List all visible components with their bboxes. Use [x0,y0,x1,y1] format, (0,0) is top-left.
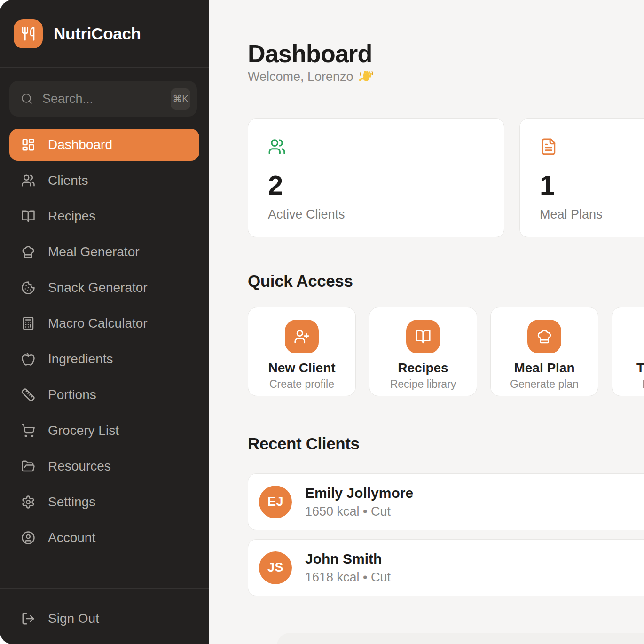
sign-out-button[interactable]: Sign Out [9,603,199,635]
quick-access-sub: R [642,378,644,391]
sidebar-item-meal-generator[interactable]: Meal Generator [9,236,199,268]
client-info: Emily Jollymore 1650 kcal • Cut [305,485,413,519]
calculator-icon [21,316,35,330]
avatar: EJ [259,486,292,518]
avatar: JS [259,551,292,584]
sidebar-footer: Sign Out [0,588,209,644]
sidebar-item-label: Account [48,530,95,545]
sidebar-item-settings[interactable]: Settings [9,486,199,518]
apple-icon [21,352,35,366]
quick-access-meal-plan[interactable]: Meal Plan Generate plan [490,307,598,396]
file-text-icon [540,138,644,156]
quick-access-new-client[interactable]: New Client Create profile [248,307,356,396]
sidebar-item-dashboard[interactable]: Dashboard [9,129,199,161]
quick-access-row: New Client Create profile Recipes Recipe… [248,307,644,396]
quick-access-sub: Recipe library [390,378,456,391]
users-icon [21,173,35,188]
quick-access-label: Te [636,361,644,376]
quick-access-sub: Create profile [269,378,334,391]
gear-icon [21,495,35,509]
sidebar-item-account[interactable]: Account [9,522,199,554]
clipped-bottom-card [277,633,644,644]
quick-access-title: Quick Access [248,272,353,291]
layout-dashboard-icon [21,138,35,152]
sidebar-item-macro-calculator[interactable]: Macro Calculator [9,307,199,339]
search-icon [21,93,33,105]
circle-user-icon [21,531,35,545]
sidebar: NutriCoach ⌘K Dashboard C [0,0,209,644]
stat-label: Active Clients [268,207,484,222]
client-detail: 1650 kcal • Cut [305,504,413,519]
sidebar-item-label: Clients [48,173,88,188]
cookie-icon [21,281,35,295]
folder-open-icon [21,459,35,473]
sidebar-item-resources[interactable]: Resources [9,450,199,482]
stat-value: 2 [268,172,484,199]
users-icon [268,138,484,156]
recent-clients-title: Recent Clients [248,434,360,453]
client-name: John Smith [305,551,391,567]
sidebar-item-label: Macro Calculator [48,316,148,331]
book-open-icon [21,209,35,223]
quick-access-sub: Generate plan [510,378,579,391]
search-input[interactable] [42,92,171,106]
recent-clients-list: EJ Emily Jollymore 1650 kcal • Cut JS Jo… [248,473,644,596]
sidebar-item-portions[interactable]: Portions [9,379,199,411]
client-row-john-smith[interactable]: JS John Smith 1618 kcal • Cut [248,539,644,596]
client-detail: 1618 kcal • Cut [305,570,391,585]
quick-access-label: Recipes [398,361,448,376]
sidebar-item-label: Settings [48,495,95,510]
waving-hand-emoji [359,70,374,84]
sidebar-item-label: Grocery List [48,423,119,438]
sidebar-nav: Dashboard Clients Recipes [9,129,199,554]
client-row-emily-jollymore[interactable]: EJ Emily Jollymore 1650 kcal • Cut [248,473,644,530]
quick-access-recipes[interactable]: Recipes Recipe library [369,307,477,396]
sidebar-item-snack-generator[interactable]: Snack Generator [9,272,199,304]
chef-hat-icon [21,245,35,259]
sidebar-item-label: Portions [48,387,96,402]
sidebar-item-label: Recipes [48,209,95,224]
stat-card-meal-plans: 1 Meal Plans [519,118,644,237]
app-window: NutriCoach ⌘K Dashboard C [0,0,644,644]
book-open-icon [406,320,440,353]
page-title: Dashboard [248,39,372,68]
stat-card-active-clients: 2 Active Clients [248,118,504,237]
quick-access-clipped-card[interactable]: Te R [612,307,644,396]
sign-out-label: Sign Out [48,611,99,626]
utensils-logo-icon [14,19,43,48]
quick-access-label: New Client [268,361,335,376]
main-content: Dashboard Welcome, Lorenzo [209,0,644,644]
sidebar-item-label: Ingredients [48,352,113,367]
client-info: John Smith 1618 kcal • Cut [305,551,391,585]
client-name: Emily Jollymore [305,485,413,501]
clipped-icon-placeholder [612,320,613,353]
chef-hat-icon [527,320,561,353]
log-out-icon [21,612,35,626]
quick-access-label: Meal Plan [514,361,574,376]
ruler-icon [21,388,35,402]
sidebar-item-label: Snack Generator [48,280,148,295]
sidebar-item-grocery-list[interactable]: Grocery List [9,415,199,447]
sidebar-item-recipes[interactable]: Recipes [9,200,199,232]
logo-row: NutriCoach [0,0,209,68]
stats-row: 2 Active Clients 1 Meal Plans [248,118,644,237]
app-title: NutriCoach [54,24,141,43]
sidebar-item-label: Dashboard [48,137,112,152]
sidebar-item-clients[interactable]: Clients [9,165,199,196]
stat-label: Meal Plans [540,207,644,222]
welcome-message: Welcome, Lorenzo [248,70,374,84]
sidebar-item-ingredients[interactable]: Ingredients [9,343,199,375]
search-box[interactable]: ⌘K [9,81,197,117]
shopping-cart-icon [21,424,35,438]
user-plus-icon [285,320,319,353]
search-shortcut-badge: ⌘K [171,88,190,110]
stat-value: 1 [540,172,644,199]
sidebar-item-label: Meal Generator [48,244,140,259]
sidebar-item-label: Resources [48,459,111,474]
welcome-text: Welcome, Lorenzo [248,70,353,84]
